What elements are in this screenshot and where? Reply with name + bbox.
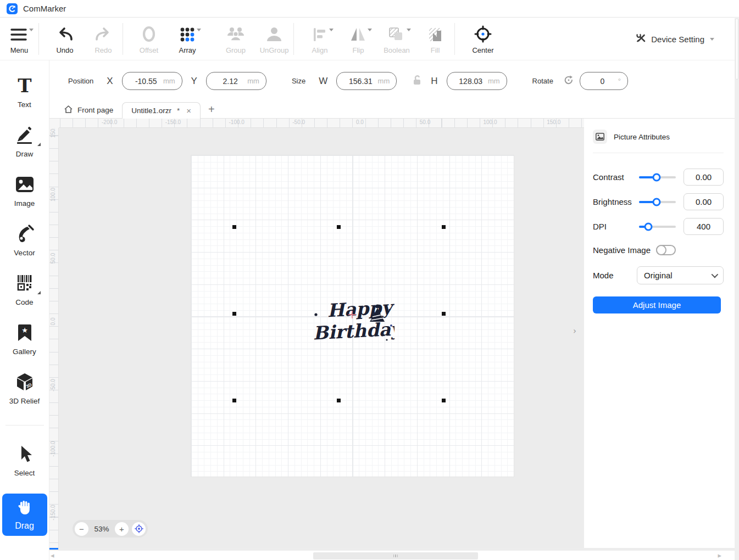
zoom-in-button[interactable]: + (115, 522, 129, 536)
contrast-slider[interactable] (639, 176, 676, 178)
position-x-input[interactable] (129, 77, 163, 86)
fill-icon (426, 25, 444, 44)
lock-open-icon[interactable] (412, 75, 422, 88)
size-h-field: mm (447, 72, 507, 90)
flip-icon-button[interactable]: Flip (339, 23, 377, 54)
position-label: Position (68, 77, 93, 85)
home-icon (64, 105, 73, 115)
h-axis-label: H (431, 76, 437, 87)
menu-button[interactable]: Menu (0, 23, 38, 54)
flyout-corner-icon (37, 143, 41, 146)
ungroup-button[interactable]: UnGroup (255, 23, 293, 54)
size-w-input[interactable] (343, 77, 377, 86)
vertical-scroll-thumb[interactable] (735, 18, 738, 80)
boolean-button[interactable]: Boolean (377, 23, 416, 54)
dpi-input[interactable] (684, 218, 724, 235)
zoom-control: − 53% + (73, 520, 148, 537)
rotation-pivot-icon (347, 310, 357, 322)
offset-icon (140, 25, 158, 44)
selection-handle[interactable] (232, 399, 236, 402)
vertical-scrollbar[interactable] (735, 18, 739, 560)
tools-sidebar: T Text Draw Image Vector Code (0, 60, 49, 560)
chevron-down-icon (712, 271, 719, 278)
scroll-right-icon[interactable]: ▸ (718, 551, 721, 559)
position-y-input[interactable] (213, 77, 247, 86)
rotate-input[interactable] (587, 77, 618, 86)
size-h-input[interactable] (454, 77, 488, 86)
redo-button[interactable]: Redo (84, 23, 123, 54)
center-button[interactable]: Center (464, 23, 502, 54)
ruler-tick-label: 0.0 (50, 312, 56, 331)
sidebar-item-3d-relief[interactable]: 3D 3D Relief (2, 372, 47, 405)
barcode-qr-icon (14, 273, 35, 295)
sidebar-item-select[interactable]: Select (2, 444, 47, 477)
rotate-field: ° (580, 72, 628, 90)
sidebar-item-drag-active[interactable]: Drag (2, 494, 47, 536)
array-grid-icon (178, 25, 197, 44)
ruler-tick-label: 150.0 (50, 128, 56, 141)
ruler-tick-label: 50.0 (420, 119, 430, 125)
toolbar-separator (293, 23, 294, 55)
scroll-left-icon[interactable]: ◂ (51, 551, 54, 559)
group-button[interactable]: Group (216, 23, 255, 54)
adjust-image-button[interactable]: Adjust Image (593, 296, 721, 313)
rotate-reset-icon[interactable] (563, 75, 574, 88)
artwork-line2-text: Birthday (313, 318, 394, 344)
hamburger-menu-icon (9, 25, 29, 44)
offset-button[interactable]: Offset (130, 23, 168, 54)
undo-button[interactable]: Undo (46, 23, 84, 54)
align-button[interactable]: Align (301, 23, 339, 54)
ruler-tick-label: 50.0 (50, 249, 56, 267)
dpi-slider[interactable] (639, 226, 676, 228)
canvas-viewport[interactable]: -200.0-150.0-100.0-50.00.050.0100.0150.0… (49, 119, 584, 548)
selection-handle[interactable] (337, 225, 341, 229)
chevron-down-icon (710, 38, 714, 41)
contrast-input[interactable] (684, 169, 724, 186)
panel-divider (593, 153, 724, 153)
panel-collapse-chevron[interactable]: › (573, 326, 576, 336)
sidebar-item-code[interactable]: Code (2, 273, 47, 306)
tab-document[interactable]: Untitle1.orzr * × (122, 102, 201, 119)
dpi-row: DPI (593, 218, 724, 235)
ruler-tick-label: -200.0 (102, 119, 117, 125)
mode-dropdown[interactable]: Original (637, 266, 724, 284)
selection-handle[interactable] (442, 312, 446, 316)
toolbar-separator (454, 23, 455, 55)
y-axis-label: Y (191, 76, 197, 87)
ruler-tick-label: 100.0 (50, 185, 56, 204)
fill-button[interactable]: Fill (416, 23, 454, 54)
ruler-tick-label: -100.0 (229, 119, 245, 125)
selection-handle[interactable] (442, 225, 446, 229)
array-button[interactable]: Array (168, 23, 207, 54)
tab-front-page[interactable]: Front page (55, 102, 122, 118)
main-toolbar: Menu Undo Redo Of (0, 18, 739, 60)
brightness-slider[interactable] (639, 201, 676, 203)
device-setting-button[interactable]: Device Setting (636, 18, 714, 60)
sidebar-item-vector[interactable]: Vector (2, 224, 47, 257)
sidebar-item-draw[interactable]: Draw (2, 125, 47, 158)
ruler-corner (49, 119, 59, 128)
new-tab-button[interactable]: + (208, 103, 215, 116)
brightness-input[interactable] (684, 193, 724, 210)
ungroup-icon (264, 25, 284, 44)
sidebar-item-text[interactable]: T Text (2, 76, 47, 109)
selection-handle[interactable] (232, 312, 236, 316)
negative-image-toggle[interactable] (656, 245, 676, 255)
align-icon (310, 25, 329, 44)
selection-handle[interactable] (442, 399, 446, 402)
svg-text:T: T (18, 76, 31, 96)
horizontal-scroll-thumb[interactable] (313, 552, 478, 559)
size-label: Size (292, 77, 305, 85)
zoom-out-button[interactable]: − (75, 522, 88, 536)
sidebar-item-gallery[interactable]: ★ Gallery (2, 323, 47, 356)
toolbar-separator (123, 23, 123, 55)
selection-handle[interactable] (232, 225, 236, 229)
boolean-icon (387, 25, 407, 44)
sidebar-item-image[interactable]: Image (2, 175, 47, 208)
tab-close-icon[interactable]: × (186, 106, 191, 115)
commarker-app: ComMarker Menu Undo (0, 0, 739, 560)
picture-attributes-icon (593, 130, 607, 144)
locate-center-button[interactable] (132, 522, 146, 536)
horizontal-scrollbar: ◂ ▸ (49, 548, 739, 560)
selection-handle[interactable] (337, 399, 341, 402)
